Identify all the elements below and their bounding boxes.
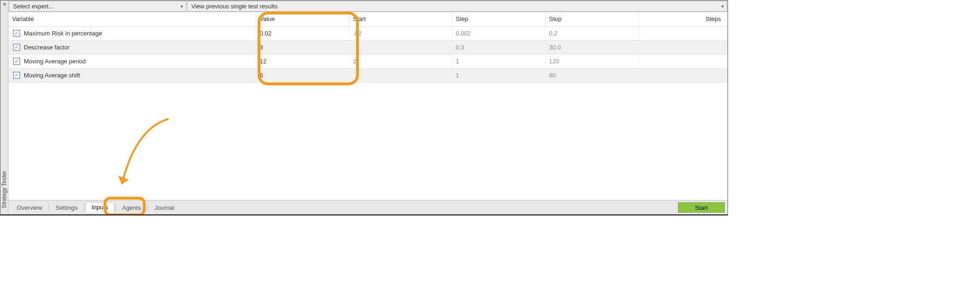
checkbox-icon[interactable]: ✓ [13, 30, 20, 37]
start-cell[interactable]: 2 [349, 54, 452, 68]
checkbox-icon[interactable]: ✓ [13, 72, 20, 79]
stop-cell[interactable]: 60 [545, 68, 638, 82]
inputs-table: Variable Value Start Step Stop Steps ✓Ma… [8, 12, 728, 200]
stop-cell[interactable]: 0.2 [545, 26, 638, 40]
results-dropdown[interactable]: View previous single test results ▾ [187, 1, 727, 12]
start-cell[interactable] [349, 40, 452, 54]
step-cell[interactable]: 1 [452, 68, 545, 82]
chevron-down-icon: ▾ [721, 4, 724, 9]
col-variable[interactable]: Variable [8, 12, 256, 26]
start-cell[interactable] [349, 68, 452, 82]
value-cell[interactable]: 6 [256, 68, 349, 82]
col-step[interactable]: Step [452, 12, 545, 26]
tab-settings[interactable]: Settings [50, 202, 83, 213]
step-cell[interactable]: 0.3 [452, 40, 545, 54]
table-row[interactable]: ✓Moving Average period1221120 [8, 54, 728, 68]
start-cell[interactable]: .02 [349, 26, 452, 40]
variable-name: Moving Average shift [24, 72, 80, 79]
tab-separator [84, 204, 84, 211]
step-cell[interactable]: 0.002 [452, 26, 545, 40]
table-row[interactable]: ✓Descrease factor30.330.0 [8, 40, 728, 54]
value-cell[interactable]: 0.02 [256, 26, 349, 40]
steps-cell[interactable] [638, 26, 728, 40]
checkbox-icon[interactable]: ✓ [13, 44, 20, 51]
col-steps[interactable]: Steps [638, 12, 728, 26]
expert-dropdown-label: Select expert... [13, 3, 54, 10]
tab-separator [49, 204, 49, 211]
col-stop[interactable]: Stop [545, 12, 638, 26]
tab-journal[interactable]: Journal [149, 202, 180, 213]
steps-cell[interactable] [638, 54, 728, 68]
table-row[interactable]: ✓Moving Average shift6160 [8, 68, 728, 82]
table-row[interactable]: ✓Maximum Risk in percentage0.02.020.0020… [8, 26, 728, 40]
col-start[interactable]: Start [349, 12, 452, 26]
step-cell[interactable]: 1 [452, 54, 545, 68]
value-cell[interactable]: 12 [256, 54, 349, 68]
steps-cell[interactable] [638, 68, 728, 82]
toolbar: Select expert... ▾ View previous single … [8, 0, 728, 12]
tab-inputs[interactable]: Inputs [85, 202, 114, 213]
footer-bar: Overview Settings Inputs Agents Journal … [8, 200, 728, 214]
variable-name: Descrease factor [24, 44, 70, 51]
col-value[interactable]: Value [256, 12, 349, 26]
steps-cell[interactable] [638, 40, 728, 54]
close-icon[interactable]: ✕ [2, 1, 7, 7]
checkbox-icon[interactable]: ✓ [13, 58, 20, 65]
panel-title: Strategy Tester [1, 171, 7, 208]
results-dropdown-label: View previous single test results [191, 3, 278, 10]
expert-dropdown[interactable]: Select expert... ▾ [9, 1, 186, 12]
tab-overview[interactable]: Overview [11, 202, 48, 213]
variable-name: Moving Average period [24, 58, 86, 65]
value-cell[interactable]: 3 [256, 40, 349, 54]
chevron-down-icon: ▾ [181, 4, 183, 9]
stop-cell[interactable]: 120 [545, 54, 638, 68]
tab-separator [147, 204, 148, 211]
tab-agents[interactable]: Agents [117, 202, 147, 213]
tabs: Overview Settings Inputs Agents Journal [11, 202, 180, 213]
stop-cell[interactable]: 30.0 [545, 40, 638, 54]
tab-separator [115, 204, 116, 211]
start-button[interactable]: Start [678, 202, 725, 213]
panel-gutter: ✕ Strategy Tester [0, 0, 8, 214]
variable-name: Maximum Risk in percentage [24, 30, 102, 37]
